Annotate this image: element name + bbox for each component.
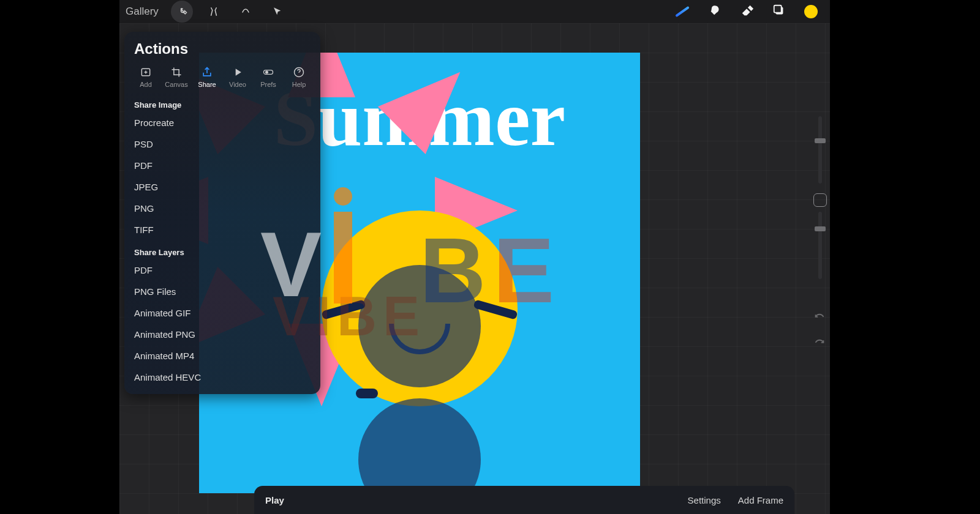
app-frame: Gallery (119, 0, 830, 514)
play-button[interactable]: Play (265, 495, 284, 505)
animation-settings-button[interactable]: Settings (688, 495, 721, 505)
help-icon (293, 66, 305, 78)
topbar-left-group: Gallery (126, 1, 293, 23)
top-toolbar: Gallery (119, 0, 830, 23)
tab-label: Share (198, 81, 216, 88)
selection-icon[interactable] (235, 1, 257, 23)
tab-label: Help (292, 81, 306, 88)
cursor-icon[interactable] (266, 1, 288, 23)
topbar-right-group (674, 4, 824, 20)
smudge-icon[interactable] (709, 4, 722, 20)
share-up-icon (201, 66, 213, 78)
tab-canvas[interactable]: Canvas (161, 64, 192, 93)
gallery-button[interactable]: Gallery (126, 6, 159, 18)
share-option-procreate[interactable]: Procreate (124, 112, 320, 133)
layers-icon[interactable] (772, 4, 786, 20)
tab-video[interactable]: Video (222, 64, 253, 93)
artwork-overlay-letter: V (260, 212, 322, 318)
brush-size-slider[interactable] (818, 116, 822, 184)
tab-help[interactable]: Help (284, 64, 314, 93)
brush-icon[interactable] (674, 10, 690, 13)
tab-add[interactable]: Add (130, 64, 161, 93)
tab-prefs[interactable]: Prefs (253, 64, 284, 93)
tab-label: Canvas (165, 81, 187, 88)
undo-icon[interactable] (813, 309, 826, 325)
redo-icon[interactable] (813, 335, 826, 351)
tab-label: Add (140, 81, 152, 88)
share-option-jpeg[interactable]: JPEG (124, 176, 320, 198)
share-layers-animmp4[interactable]: Animated MP4 (124, 345, 320, 367)
share-option-pdf[interactable]: PDF (124, 155, 320, 176)
crop-icon (170, 66, 183, 78)
tab-label: Prefs (260, 81, 276, 88)
undo-redo-group (813, 309, 826, 351)
opacity-slider[interactable] (818, 212, 822, 279)
add-frame-button[interactable]: Add Frame (738, 495, 783, 505)
svg-point-4 (265, 71, 268, 74)
animation-bar: Play Settings Add Frame (254, 486, 794, 514)
eyedropper-button[interactable] (813, 193, 827, 207)
play-icon (232, 66, 244, 78)
side-slider-column (809, 116, 830, 284)
tab-label: Video (229, 81, 246, 88)
eraser-icon[interactable] (741, 4, 754, 20)
section-header-share-image: Share Image (124, 93, 320, 112)
color-swatch[interactable] (804, 5, 818, 18)
toggle-icon (262, 66, 274, 78)
artwork-overlay-letter: E (493, 218, 554, 324)
svg-rect-1 (774, 6, 782, 13)
actions-tab-row: Add Canvas Share Video Prefs Help (124, 64, 320, 93)
adjustments-icon[interactable] (203, 1, 225, 23)
wrench-icon[interactable] (171, 1, 193, 23)
plus-image-icon (140, 66, 152, 78)
actions-panel-title: Actions (124, 39, 320, 64)
share-option-psd[interactable]: PSD (124, 133, 320, 155)
artwork-overlay-letter: B (420, 218, 486, 324)
tab-share[interactable]: Share (192, 64, 222, 93)
share-layers-animhevc[interactable]: Animated HEVC (124, 367, 320, 388)
artwork-overlay-letter (334, 212, 352, 304)
